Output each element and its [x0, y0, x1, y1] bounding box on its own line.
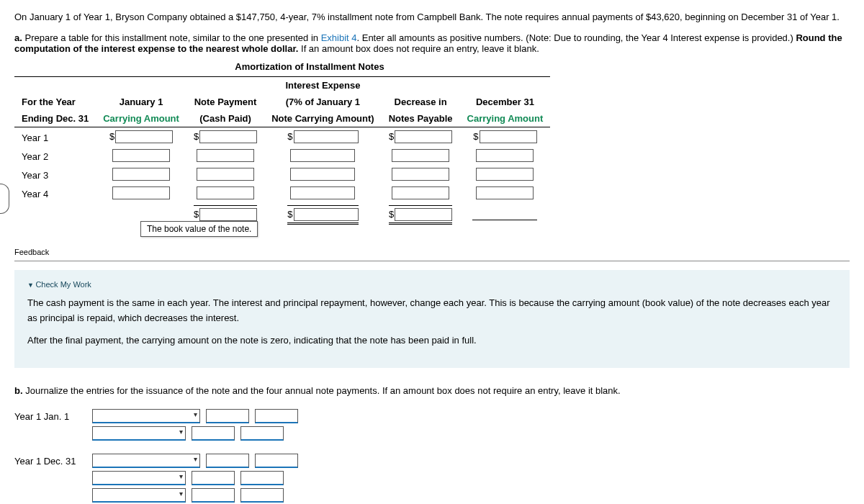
part-b-prompt: b. Journalize the entries for the issuan… [14, 385, 850, 396]
y3-payment[interactable] [197, 168, 254, 181]
y1-jan1-carrying[interactable] [115, 130, 173, 143]
y2-payment[interactable] [197, 149, 254, 162]
col4-header-2: Note Carrying Amount) [264, 110, 382, 127]
journal-date-1: Year 1 Jan. 1 [14, 411, 86, 422]
total-decrease[interactable] [395, 208, 452, 221]
dec31-debit-3[interactable] [192, 488, 235, 503]
col3-header-1: Note Payment [186, 94, 264, 110]
dec31-credit-2[interactable] [240, 471, 284, 485]
y2-interest[interactable] [290, 149, 355, 162]
dec31-account-3[interactable] [92, 488, 186, 503]
part-a-label: a. [14, 32, 22, 43]
y4-decrease[interactable] [392, 186, 449, 199]
total-payment[interactable] [199, 208, 257, 221]
dec31-credit-1[interactable] [255, 454, 298, 468]
dec31-debit-2[interactable] [192, 471, 235, 485]
table-row: Year 2 [14, 146, 550, 165]
journal-date-2: Year 1 Dec. 31 [14, 456, 86, 467]
col6-header-1: December 31 [460, 94, 551, 110]
part-a-text2: . Enter all amounts as positive numbers.… [357, 32, 796, 43]
check-my-work-header-text: Check My Work [35, 280, 91, 289]
cmw-paragraph-2: After the final payment, the carrying am… [27, 333, 837, 348]
cmw-paragraph-1: The cash payment is the same in each yea… [27, 296, 837, 326]
total-interest[interactable] [294, 208, 359, 221]
jan1-credit-2[interactable] [240, 426, 284, 441]
table-title: Amortization of Installment Notes [14, 61, 605, 72]
y4-interest[interactable] [290, 186, 355, 199]
y3-decrease[interactable] [392, 168, 449, 181]
col5-header-2: Notes Payable [382, 110, 460, 127]
exhibit-link[interactable]: Exhibit 4 [321, 32, 357, 43]
col4-header-0: Interest Expense [264, 77, 382, 94]
totals-row: $ $ $ [14, 202, 550, 228]
y2-dec31-carrying[interactable] [476, 149, 534, 162]
scroll-handle-icon[interactable] [0, 184, 9, 214]
check-my-work-box: Check My Work The cash payment is the sa… [14, 270, 850, 368]
y4-dec31-carrying[interactable] [476, 186, 534, 199]
col2-header-2: Carrying Amount [96, 110, 186, 127]
part-b-text: Journalize the entries for the issuance … [23, 385, 621, 396]
journal-entry-jan1: Year 1 Jan. 1 [14, 409, 850, 441]
y1-interest[interactable] [294, 130, 359, 143]
y3-dec31-carrying[interactable] [476, 168, 534, 181]
y4-jan1-carrying[interactable] [112, 186, 170, 199]
feedback-section: Feedback Check My Work The cash payment … [14, 248, 850, 368]
col1-header-1: For the Year [14, 94, 96, 110]
jan1-account-2[interactable] [92, 426, 186, 441]
feedback-label: Feedback [14, 248, 850, 261]
problem-intro: On January 1 of Year 1, Bryson Company o… [14, 12, 850, 22]
intro-text: On January 1 of Year 1, Bryson Company o… [14, 12, 840, 22]
amortization-table: Interest Expense For the Year January 1 … [14, 76, 550, 228]
tooltip-text: The book value of the note. [147, 224, 251, 234]
journal-entry-dec31: Year 1 Dec. 31 [14, 454, 850, 503]
table-row: Year 3 [14, 165, 550, 184]
dec31-account-2[interactable] [92, 471, 186, 485]
jan1-debit-2[interactable] [192, 426, 235, 441]
row-label: Year 3 [14, 165, 96, 184]
check-my-work-toggle[interactable]: Check My Work [27, 280, 837, 289]
y3-jan1-carrying[interactable] [112, 168, 170, 181]
col6-header-2: Carrying Amount [460, 110, 551, 127]
dec31-credit-3[interactable] [240, 488, 284, 503]
tooltip-box: The book value of the note. [140, 221, 258, 237]
y4-payment[interactable] [197, 186, 254, 199]
col3-header-2: (Cash Paid) [186, 110, 264, 127]
y3-interest[interactable] [290, 168, 355, 181]
y2-decrease[interactable] [392, 149, 449, 162]
col4-header-1: (7% of January 1 [264, 94, 382, 110]
part-a-text1: Prepare a table for this installment not… [22, 32, 321, 43]
jan1-credit-1[interactable] [255, 409, 298, 423]
row-label: Year 4 [14, 184, 96, 202]
col2-header-1: January 1 [96, 94, 186, 110]
y1-decrease[interactable] [395, 130, 452, 143]
row-label: Year 1 [14, 127, 96, 147]
jan1-account-1[interactable] [92, 409, 200, 423]
jan1-debit-1[interactable] [206, 409, 249, 423]
table-row: Year 1 $ $ $ $ $ [14, 127, 550, 147]
col1-header-2: Ending Dec. 31 [14, 110, 96, 127]
dec31-account-1[interactable] [92, 454, 200, 468]
part-b-label: b. [14, 385, 23, 396]
y1-payment[interactable] [199, 130, 257, 143]
col5-header-1: Decrease in [382, 94, 460, 110]
part-a-blank-note: If an amount box does not require an ent… [298, 43, 539, 54]
row-label: Year 2 [14, 146, 96, 165]
part-a-prompt: a. Prepare a table for this installment … [14, 32, 850, 54]
table-row: Year 4 [14, 184, 550, 202]
y1-dec31-carrying[interactable] [480, 130, 537, 143]
y2-jan1-carrying[interactable] [112, 149, 170, 162]
dec31-debit-1[interactable] [206, 454, 249, 468]
